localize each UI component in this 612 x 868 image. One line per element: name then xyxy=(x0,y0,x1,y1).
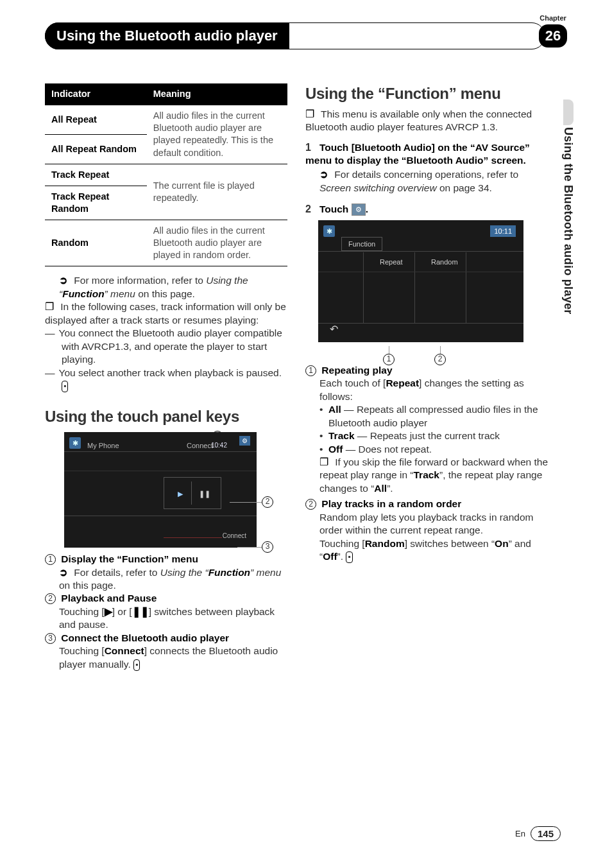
settings-button-icon: ⚙ xyxy=(352,204,366,216)
callout-3: 3 xyxy=(262,541,273,553)
key-3-body: Touching [Connect] connects the Bluetoot… xyxy=(45,645,287,671)
func-1-note: If you skip the file forward or backward… xyxy=(305,456,548,495)
connect-label-top: Connect xyxy=(187,441,213,451)
touch-panel-screenshot: ✱ My Phone Connect ⚙ 10:42 ▶ ❚❚ Connect xyxy=(64,432,257,548)
dash-connect: You connect the Bluetooth audio player c… xyxy=(62,327,287,366)
row-track-repeat-random: Track Repeat Random xyxy=(45,186,147,220)
step-1: 1Touch [Bluetooth Audio] on the “AV Sour… xyxy=(305,141,548,195)
indicator-table: Indicator Meaning All Repeat All audio f… xyxy=(45,83,287,266)
side-tab-text: Using the Bluetooth audio player xyxy=(561,127,575,315)
func-1: 1 Repeating play Each touch of [Repeat] … xyxy=(305,364,548,496)
page-title: Using the Bluetooth audio player xyxy=(45,22,289,49)
num-1: 1 xyxy=(45,554,56,565)
pause-icon: ❚❚ xyxy=(195,484,214,503)
end-of-section-icon: ▪ xyxy=(133,659,140,671)
heading-function-menu: Using the “Function” menu xyxy=(305,83,548,104)
side-tab: Using the Bluetooth audio player xyxy=(556,122,574,360)
connect-label-bottom: Connect xyxy=(223,532,246,540)
clock: 10:42 xyxy=(211,436,227,449)
meaning-all-repeat: All audio files in the current Bluetooth… xyxy=(147,105,287,164)
device-name: My Phone xyxy=(87,441,119,451)
settings-icon: ⚙ xyxy=(239,436,250,446)
func-2-body1: Random play lets you playback tracks in … xyxy=(305,511,548,537)
meaning-track-repeat: The current file is played repeatedly. xyxy=(147,164,287,220)
callout-2: 2 xyxy=(262,496,273,508)
opt-all: All — Repeats all compressed audio files… xyxy=(319,403,548,430)
meaning-random: All audio files in the current Bluetooth… xyxy=(147,220,287,266)
repeat-button: Repeat xyxy=(380,257,402,267)
dash-select: You select another track when playback i… xyxy=(62,367,287,393)
step-1-ref: For details concerning operations, refer… xyxy=(305,168,548,195)
th-meaning: Meaning xyxy=(147,83,287,105)
page-footer: En 145 xyxy=(515,826,561,841)
left-column: Indicator Meaning All Repeat All audio f… xyxy=(45,83,287,671)
row-track-repeat: Track Repeat xyxy=(45,164,147,186)
th-indicator: Indicator xyxy=(45,83,147,105)
opt-track: Track — Repeats just the current track xyxy=(319,430,548,442)
end-of-section-icon: ▪ xyxy=(346,551,352,563)
row-random: Random xyxy=(45,220,147,266)
side-tab-marker xyxy=(563,100,574,125)
play-icon: ▶ xyxy=(171,484,190,503)
bluetooth-icon: ✱ xyxy=(323,225,335,237)
num-3: 3 xyxy=(45,633,56,644)
func-2: 2 Play tracks in a random order Random p… xyxy=(305,498,548,563)
num-r1: 1 xyxy=(305,365,316,376)
dash-list: You connect the Bluetooth audio player c… xyxy=(45,327,287,392)
function-tab: Function xyxy=(341,237,382,252)
callout-r1: 1 xyxy=(383,354,395,365)
row-all-repeat-random: All Repeat Random xyxy=(45,134,147,164)
bluetooth-icon: ✱ xyxy=(69,437,81,449)
key-1: 1 Display the “Function” menu For detail… xyxy=(45,553,287,592)
random-button: Random xyxy=(431,257,458,267)
callout-r2: 2 xyxy=(434,354,446,365)
page-header: Using the Bluetooth audio player xyxy=(45,22,567,49)
heading-touch-panel: Using the touch panel keys xyxy=(45,406,287,427)
opt-off: Off — Does not repeat. xyxy=(319,443,548,456)
note-avrcp: This menu is available only when the con… xyxy=(305,108,548,134)
ref-more-info: For more information, refer to Using the… xyxy=(45,274,287,300)
function-menu-screenshot: ✱ 10:11 Function Repeat Random ↶ xyxy=(318,220,523,342)
page-number: 145 xyxy=(531,826,561,841)
key-1-ref: For details, refer to Using the “Functio… xyxy=(45,566,287,593)
end-of-section-icon: ▪ xyxy=(62,381,68,392)
chapter-label: Chapter xyxy=(539,14,567,22)
key-2-body: Touching [▶] or [❚❚] switches between pl… xyxy=(45,605,287,632)
note-track-info: In the following cases, track informatio… xyxy=(45,300,287,327)
num-2: 2 xyxy=(45,593,56,604)
row-all-repeat: All Repeat xyxy=(45,105,147,135)
func-2-body2: Touching [Random] switches between “On” … xyxy=(305,537,548,564)
func-1-options: All — Repeats all compressed audio files… xyxy=(305,403,548,456)
right-column: Using the “Function” menu This menu is a… xyxy=(305,83,548,671)
back-icon: ↶ xyxy=(330,322,338,336)
num-r2: 2 xyxy=(305,499,316,510)
clock2: 10:11 xyxy=(490,225,516,238)
key-2: 2 Playback and Pause Touching [▶] or [❚❚… xyxy=(45,592,287,631)
func-1-body: Each touch of [Repeat] changes the setti… xyxy=(305,377,548,403)
step-2: 2Touch ⚙. xyxy=(305,202,548,216)
lang-label: En xyxy=(515,829,525,838)
key-3: 3 Connect the Bluetooth audio player Tou… xyxy=(45,632,287,671)
